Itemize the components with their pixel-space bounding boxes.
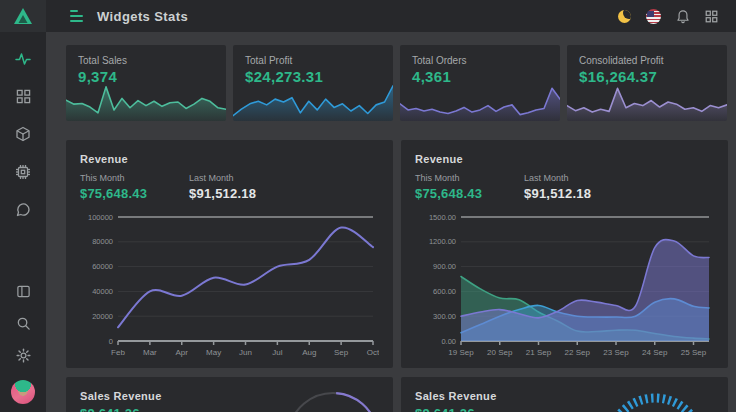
topbar: Widgets Stats [46,0,736,32]
grid-menu-icon [705,10,718,23]
svg-text:40000: 40000 [92,287,113,296]
revenue-card-daily: Revenue This Month $75,648.43 Last Month… [401,140,728,368]
page-title: Widgets Stats [97,9,188,24]
language-flag-icon[interactable] [646,9,661,24]
svg-text:Sep: Sep [334,348,349,357]
bell-icon [676,9,690,24]
svg-text:24 Sep: 24 Sep [642,348,668,357]
gear-icon [16,348,31,363]
cpu-icon [15,164,31,180]
svg-text:25 Sep: 25 Sep [681,348,707,357]
last-month-label: Last Month [189,173,256,183]
revenue-legend: This Month $75,648.43 Last Month $91,512… [415,173,714,201]
svg-text:19 Sep: 19 Sep [448,348,474,357]
svg-text:23 Sep: 23 Sep [603,348,629,357]
svg-text:22 Sep: 22 Sep [565,348,591,357]
stat-label: Total Sales [78,55,214,66]
last-month-value: $91,512.18 [524,186,591,201]
svg-text:May: May [206,348,221,357]
tick-gauge-chart [586,383,714,412]
donut-gauge-chart [269,383,379,412]
svg-text:100000: 100000 [88,213,113,222]
svg-text:1500.00: 1500.00 [429,213,456,222]
stat-label: Total Orders [412,55,548,66]
app-logo[interactable] [0,0,46,32]
revenue-legend: This Month $75,648.43 Last Month $91,512… [80,173,379,201]
grid-icon [16,89,31,104]
logo-triangle-icon [13,7,33,25]
chat-icon [15,202,31,218]
this-month-label: This Month [415,173,482,183]
svg-text:Aug: Aug [302,348,316,357]
card-title: Revenue [415,153,714,165]
sidebar-item-layout[interactable] [16,284,31,299]
sales-revenue-row: Sales Revenue $9,641.26 Sales Revenue $9… [66,377,728,412]
sidebar-item-search[interactable] [16,316,31,331]
svg-text:Mar: Mar [143,348,157,357]
svg-text:900.00: 900.00 [433,262,456,271]
apps-menu-button[interactable] [705,10,718,23]
svg-text:0: 0 [109,337,113,346]
activity-icon [15,51,31,67]
svg-text:20 Sep: 20 Sep [487,348,513,357]
stat-label: Consolidated Profit [579,55,715,66]
last-month-value: $91,512.18 [189,186,256,201]
sidebar-nav [0,51,46,218]
svg-text:0.00: 0.00 [441,337,456,346]
sparkline-chart [66,77,226,121]
sparkline-chart [400,77,560,121]
stat-card-consolidated-profit: Consolidated Profit $16,264.37 [567,45,727,121]
svg-text:300.00: 300.00 [433,312,456,321]
revenue-monthly-line-chart: 020000400006000080000100000FebMarAprMayJ… [80,207,379,363]
sales-revenue-card-1: Sales Revenue $9,641.26 [66,377,393,412]
svg-text:1200.00: 1200.00 [429,237,456,246]
this-month-value: $75,648.43 [80,186,147,201]
this-month-value: $75,648.43 [415,186,482,201]
svg-text:Feb: Feb [111,348,125,357]
menu-toggle-button[interactable] [70,10,83,22]
hamburger-icon [70,10,78,12]
user-avatar[interactable] [11,380,35,404]
sidebar-bottom [0,284,46,404]
sales-revenue-card-2: Sales Revenue $9,641.26 [401,377,728,412]
revenue-daily-area-chart: 0.00300.00600.00900.001200.001500.0019 S… [415,207,715,363]
svg-text:600.00: 600.00 [433,287,456,296]
box-icon [15,126,31,142]
svg-text:Apr: Apr [176,348,189,357]
svg-text:60000: 60000 [92,262,113,271]
this-month-label: This Month [80,173,147,183]
stat-card-total-orders: Total Orders 4,361 [400,45,560,121]
stat-card-total-profit: Total Profit $24,273.31 [233,45,393,121]
last-month-label: Last Month [524,173,591,183]
sidebar-item-settings[interactable] [16,348,31,363]
sidebar-item-activity[interactable] [15,51,31,67]
topbar-actions [618,9,718,24]
svg-text:21 Sep: 21 Sep [526,348,552,357]
svg-text:Jun: Jun [239,348,252,357]
svg-text:Jul: Jul [272,348,282,357]
dark-mode-toggle-moon-icon[interactable] [618,10,631,23]
sidebar-item-packages[interactable] [15,126,31,142]
layout-panel-icon [16,284,31,299]
revenue-card-monthly: Revenue This Month $75,648.43 Last Month… [66,140,393,368]
notifications-button[interactable] [676,9,690,24]
main-content: Total Sales 9,374 Total Profit $24,273.3… [46,32,736,412]
svg-text:Oct: Oct [367,348,379,357]
sidebar [0,0,46,412]
svg-text:80000: 80000 [92,237,113,246]
revenue-row: Revenue This Month $75,648.43 Last Month… [66,140,728,368]
stat-card-total-sales: Total Sales 9,374 [66,45,226,121]
sparkline-chart [233,77,393,121]
search-icon [16,316,31,331]
sidebar-item-messages[interactable] [15,202,31,218]
dashboard-app: Widgets Stats Total Sales [0,0,736,412]
stat-label: Total Profit [245,55,381,66]
sidebar-item-system[interactable] [15,164,31,180]
stats-row: Total Sales 9,374 Total Profit $24,273.3… [66,45,728,121]
svg-text:20000: 20000 [92,312,113,321]
sparkline-chart [567,77,727,121]
card-title: Revenue [80,153,379,165]
sidebar-item-dashboard[interactable] [16,89,31,104]
